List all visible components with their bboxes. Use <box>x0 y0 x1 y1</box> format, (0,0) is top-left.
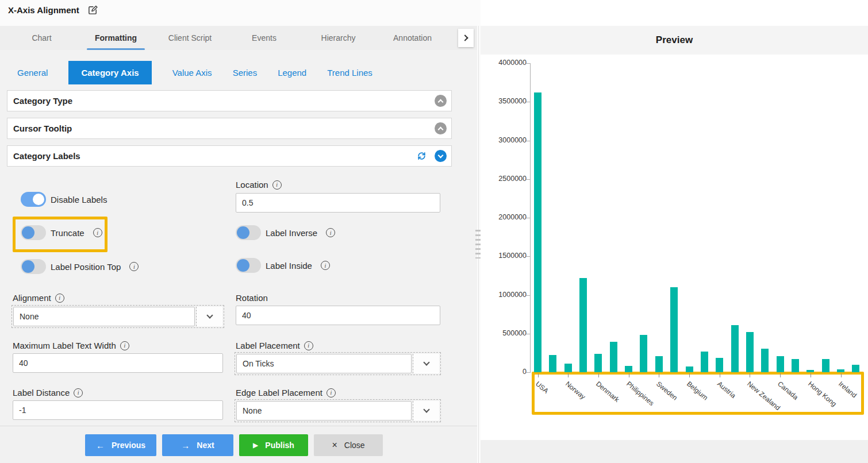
location-input[interactable] <box>236 193 440 213</box>
refresh-icon[interactable] <box>417 151 427 161</box>
subtab-category-axis[interactable]: Category Axis <box>68 61 151 84</box>
chevron-down-icon <box>423 359 429 365</box>
close-button[interactable]: × Close <box>314 434 383 456</box>
tab-client-script[interactable]: Client Script <box>153 26 227 50</box>
chevron-up-icon[interactable] <box>435 95 447 107</box>
bar[interactable] <box>822 359 829 372</box>
rotation-input[interactable] <box>236 306 440 325</box>
info-icon[interactable]: i <box>272 180 282 190</box>
subtab-legend[interactable]: Legend <box>278 68 306 78</box>
edit-title-icon[interactable] <box>87 5 98 18</box>
bar[interactable] <box>806 370 814 372</box>
label-inside-toggle[interactable] <box>236 258 261 273</box>
edge-label-placement-label: Edge Label Placement <box>236 388 322 398</box>
bar[interactable] <box>716 358 723 372</box>
close-button-label: Close <box>344 441 365 450</box>
y-axis-tick-label: 2500000 <box>481 175 527 183</box>
x-axis-tick-mark <box>841 373 842 377</box>
bar[interactable] <box>625 366 632 372</box>
tab-hierarchy[interactable]: Hierarchy <box>301 26 375 50</box>
x-icon: × <box>332 440 337 450</box>
edge-label-placement-combo: None <box>235 399 441 422</box>
subtab-value-axis[interactable]: Value Axis <box>172 68 212 78</box>
y-axis-tick-mark <box>526 256 531 257</box>
label-inverse-label: Label Inverse <box>266 228 317 238</box>
bar[interactable] <box>670 287 678 372</box>
info-icon[interactable]: i <box>327 388 336 398</box>
tab-annotation[interactable]: Annotation <box>375 26 450 50</box>
toggle-knob <box>237 259 249 272</box>
bar[interactable] <box>564 364 572 372</box>
bar[interactable] <box>579 278 587 372</box>
toggle-knob <box>22 260 34 273</box>
disable-labels-row: Disable Labels <box>21 192 107 207</box>
info-icon[interactable]: i <box>129 262 139 271</box>
max-label-text-width-input[interactable] <box>13 353 223 373</box>
bar[interactable] <box>594 354 602 372</box>
toggle-knob <box>22 226 34 239</box>
subtab-general[interactable]: General <box>17 68 48 78</box>
bar[interactable] <box>655 356 663 372</box>
tab-chart[interactable]: Chart <box>5 26 79 50</box>
bar[interactable] <box>746 332 754 372</box>
info-icon[interactable]: i <box>74 388 83 398</box>
bar[interactable] <box>852 365 859 372</box>
y-axis-tick-label: 0 <box>481 368 527 376</box>
alignment-dropdown-button[interactable] <box>196 307 222 326</box>
info-icon[interactable]: i <box>55 294 64 303</box>
subtab-series[interactable]: Series <box>233 68 258 78</box>
max-label-text-width-field-label: Maximum Label Text Width i <box>13 341 129 350</box>
bar[interactable] <box>534 92 541 372</box>
previous-button[interactable]: ← Previous <box>85 434 156 456</box>
section-cursor-tooltip[interactable]: Cursor Tooltip <box>7 118 452 139</box>
label-inverse-toggle[interactable] <box>236 225 261 240</box>
bar[interactable] <box>640 335 647 372</box>
alignment-select[interactable]: None <box>13 307 195 326</box>
bar[interactable] <box>837 369 844 372</box>
edge-label-placement-dropdown-button[interactable] <box>413 401 439 420</box>
splitter-handle[interactable] <box>475 230 481 258</box>
x-axis-tick-mark <box>568 373 569 377</box>
label-placement-dropdown-button[interactable] <box>413 354 439 373</box>
tab-events[interactable]: Events <box>227 26 301 50</box>
chevron-down-icon[interactable] <box>435 150 447 162</box>
bar[interactable] <box>610 342 617 372</box>
bar[interactable] <box>701 352 708 372</box>
info-icon[interactable]: i <box>120 341 129 350</box>
chevron-up-icon[interactable] <box>435 122 447 134</box>
truncate-toggle[interactable] <box>21 225 46 240</box>
toggle-knob <box>33 194 44 205</box>
label-distance-input[interactable] <box>13 400 223 420</box>
label-placement-select[interactable]: On Ticks <box>236 354 412 373</box>
next-button[interactable]: → Next <box>162 434 233 456</box>
info-icon[interactable]: i <box>304 341 313 350</box>
section-category-type[interactable]: Category Type <box>7 90 452 111</box>
dialog-x-axis-alignment: X-Axis Alignment ? × Chart Formatting Cl… <box>0 0 868 463</box>
label-placement-combo: On Ticks <box>235 352 441 375</box>
bar[interactable] <box>777 356 784 372</box>
section-category-labels[interactable]: Category Labels <box>7 145 452 167</box>
subtab-trend-lines[interactable]: Trend Lines <box>327 68 372 78</box>
bar[interactable] <box>731 325 739 372</box>
bar-chart: 4000000350000030000002500000200000015000… <box>481 0 868 440</box>
location-field-label: Location i <box>236 180 282 190</box>
play-icon: ▶ <box>253 441 258 449</box>
publish-button[interactable]: ▶ Publish <box>239 434 308 456</box>
bar[interactable] <box>792 359 799 372</box>
bar[interactable] <box>686 366 693 372</box>
y-axis-tick-mark <box>526 295 531 296</box>
bar[interactable] <box>761 349 769 372</box>
bar[interactable] <box>549 355 556 372</box>
disable-labels-toggle[interactable] <box>21 192 46 207</box>
chevron-right-icon <box>462 34 468 41</box>
tab-formatting[interactable]: Formatting <box>79 26 153 50</box>
tab-overflow-button[interactable] <box>458 29 474 47</box>
info-icon[interactable]: i <box>321 261 330 270</box>
y-axis-tick-mark <box>526 63 531 64</box>
info-icon[interactable]: i <box>93 228 102 237</box>
info-icon[interactable]: i <box>326 228 335 237</box>
label-position-top-toggle[interactable] <box>21 259 46 274</box>
y-axis-tick-label: 3000000 <box>481 136 527 144</box>
edge-label-placement-select[interactable]: None <box>236 401 412 420</box>
x-axis-tick-mark <box>598 373 599 377</box>
